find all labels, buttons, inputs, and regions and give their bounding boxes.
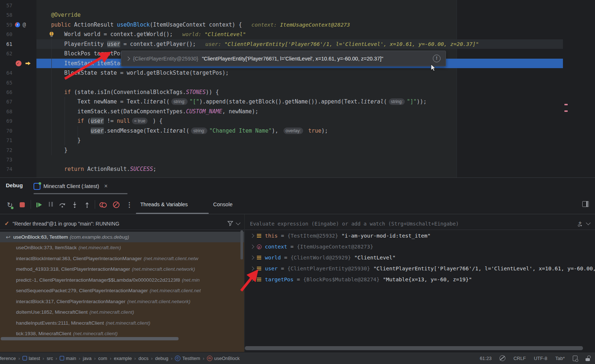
code-line-60[interactable]: 60 World world = context.getWorld();worl…	[0, 30, 595, 39]
code-line-64[interactable]: 64 BlockState state = world.getBlockStat…	[0, 68, 595, 78]
breadcrumb-item-debug[interactable]: debug	[155, 356, 168, 361]
stack-frame[interactable]: useOnBlock:373, ItemStack(net.minecraft.…	[0, 242, 244, 253]
breadcrumb-item-latest[interactable]: latest	[23, 356, 40, 361]
line-number[interactable]: 66	[0, 87, 12, 97]
breadcrumb-item-docs[interactable]: docs	[138, 356, 148, 361]
code-line-68[interactable]: 68 itemStack.set(DataComponentTypes.CUST…	[0, 107, 595, 116]
line-number[interactable]: 60	[0, 30, 12, 39]
line-number[interactable]: 71	[0, 136, 12, 145]
code-line-71[interactable]: 71 }	[0, 136, 595, 145]
tab-threads-variables[interactable]: Threads & Variables	[140, 201, 188, 207]
breadcrumb-item-com[interactable]: com	[98, 356, 107, 361]
variables-hscrollbar-thumb[interactable]	[245, 346, 583, 350]
breadcrumb-item-main[interactable]: main	[60, 356, 76, 361]
highlighting-off-icon[interactable]	[500, 355, 505, 361]
line-number[interactable]: 59	[0, 20, 12, 30]
line-number[interactable]: 62	[0, 49, 12, 58]
session-tab-minecraft-client[interactable]: Minecraft Client (:latest) ×	[34, 180, 107, 192]
expand-chevron-icon[interactable]	[250, 266, 254, 270]
expand-chevron-icon[interactable]	[250, 255, 254, 259]
evaluate-expression-bar[interactable]: Evaluate expression (Eingabe) or add a w…	[245, 218, 595, 230]
breadcrumb-item-java[interactable]: java	[83, 356, 91, 361]
code-line-66[interactable]: 66 if (state.isIn(ConventionalBlockTags.…	[0, 87, 595, 97]
rerun-button[interactable]: ↻	[6, 201, 14, 209]
expand-chevron-icon[interactable]	[250, 244, 254, 248]
code-line-74[interactable]: 74 return ActionResult.SUCCESS;	[0, 164, 595, 174]
expand-chevron-icon[interactable]	[126, 56, 130, 60]
filter-icon[interactable]	[227, 221, 233, 226]
variable-row-world[interactable]: world = {ClientWorld@25929} "ClientLevel…	[245, 252, 595, 263]
frames-vscrollbar-thumb[interactable]	[240, 230, 243, 259]
caret-position[interactable]: 61:23	[480, 356, 492, 361]
selected-stack-frame[interactable]: ↩ useOnBlock:63, TestItem (com.example.d…	[0, 232, 244, 242]
warning-icon[interactable]: !	[433, 55, 441, 62]
more-actions-button[interactable]: ⋮	[125, 201, 133, 209]
code-line-67[interactable]: 67 Text newName = Text.literal(string:"[…	[0, 97, 595, 106]
breadcrumb-item-example[interactable]: example	[114, 356, 132, 361]
code-line-65[interactable]: 65	[0, 78, 595, 87]
stack-frame[interactable]: interactBlock:317, ClientPlayerInteracti…	[0, 296, 244, 307]
stack-frame[interactable]: sendSequencedPacket:279, ClientPlayerInt…	[0, 285, 244, 296]
unlock-icon[interactable]	[586, 358, 590, 361]
line-number[interactable]: 72	[0, 145, 12, 155]
indent-style[interactable]: Tab*	[555, 356, 565, 361]
code-line-73[interactable]: 73	[0, 155, 595, 164]
frames-hscrollbar-thumb[interactable]	[1, 337, 179, 340]
code-line-59[interactable]: 59@ public ActionResult useOnBlock(ItemU…	[0, 20, 595, 30]
code-editor[interactable]: 5758 @Override59@ public ActionResult us…	[0, 0, 595, 177]
step-over-button[interactable]	[58, 201, 66, 209]
line-number[interactable]: 67	[0, 97, 12, 106]
breadcrumb-item-TestItem[interactable]: CTestItem	[175, 356, 200, 361]
layout-settings-icon[interactable]	[582, 201, 589, 207]
file-encoding[interactable]: UTF-8	[534, 356, 547, 361]
line-separator[interactable]: CRLF	[513, 356, 526, 361]
line-number[interactable]: 64	[0, 68, 12, 78]
expand-chevron-icon[interactable]	[250, 277, 254, 281]
variable-row-context[interactable]: pcontext = {ItemUsageContext@28273}	[245, 241, 595, 252]
step-out-button[interactable]	[83, 201, 91, 209]
chevron-down-icon[interactable]	[236, 220, 240, 225]
code-line-61[interactable]: 61 PlayerEntity user = context.getPlayer…	[0, 39, 595, 49]
stack-frame[interactable]: handleInputEvents:2111, MinecraftClient(…	[0, 318, 244, 329]
chevron-down-icon[interactable]	[586, 220, 591, 225]
step-into-button[interactable]	[71, 201, 79, 209]
tab-console[interactable]: Console	[213, 201, 232, 207]
line-number[interactable]: 65	[0, 78, 12, 87]
code-line-72[interactable]: 72 }	[0, 145, 595, 155]
code-line-70[interactable]: 70 user.sendMessage(Text.literal(string:…	[0, 126, 595, 136]
close-icon[interactable]: ×	[104, 183, 107, 189]
variable-row-this[interactable]: this = {TestItem@25932} "i-am-your-mod-i…	[245, 230, 595, 241]
stack-frame[interactable]: interactBlockInternal:363, ClientPlayerI…	[0, 253, 244, 264]
resume-button[interactable]	[35, 201, 43, 209]
line-number[interactable]: 69	[0, 116, 12, 126]
line-number[interactable]: 58	[0, 10, 12, 20]
line-number[interactable]: 61	[0, 39, 12, 49]
variable-row-targetPos[interactable]: targetPos = {BlockPos$Mutable@28274} "Mu…	[245, 274, 595, 285]
variable-row-user[interactable]: user = {ClientPlayerEntity@25930} "Clien…	[245, 263, 595, 274]
stop-button[interactable]	[18, 201, 26, 209]
error-stripe-mark[interactable]	[564, 104, 568, 105]
breadcrumb-item-src[interactable]: src	[47, 356, 53, 361]
debugger-value-tooltip[interactable]: {ClientPlayerEntity@25930} "ClientPlayer…	[121, 51, 446, 66]
stack-frame[interactable]: doItemUse:1852, MinecraftClient(net.mine…	[0, 307, 244, 318]
thread-status-row[interactable]: ✓ "Render thread"@1 in group "main": RUN…	[0, 218, 244, 230]
stack-frame[interactable]: method_41933:318, ClientPlayerInteractio…	[0, 264, 244, 275]
error-stripe-mark[interactable]	[564, 110, 568, 112]
file-settings-icon[interactable]	[573, 356, 578, 361]
breakpoint-icon[interactable]	[16, 60, 21, 66]
stack-frame[interactable]: predict:-1, ClientPlayerInteractionManag…	[0, 275, 244, 286]
line-number[interactable]: 73	[0, 155, 12, 164]
expand-chevron-icon[interactable]	[250, 234, 254, 238]
mute-breakpoints-button[interactable]	[112, 201, 120, 209]
add-watch-icon[interactable]: +	[577, 221, 583, 227]
line-number[interactable]: 57	[0, 1, 12, 10]
code-line-57[interactable]: 57	[0, 1, 595, 10]
code-line-69[interactable]: 69 if (user != null= true ) {	[0, 116, 595, 126]
line-number[interactable]: 70	[0, 126, 12, 136]
breadcrumb-item-ference[interactable]: ference	[0, 356, 16, 361]
pause-button[interactable]	[47, 201, 55, 209]
code-line-58[interactable]: 58 @Override	[0, 10, 595, 20]
breadcrumb-item-useOnBlock[interactable]: museOnBlock	[207, 356, 240, 361]
line-number[interactable]: 74	[0, 164, 12, 174]
line-number[interactable]: 68	[0, 107, 12, 116]
